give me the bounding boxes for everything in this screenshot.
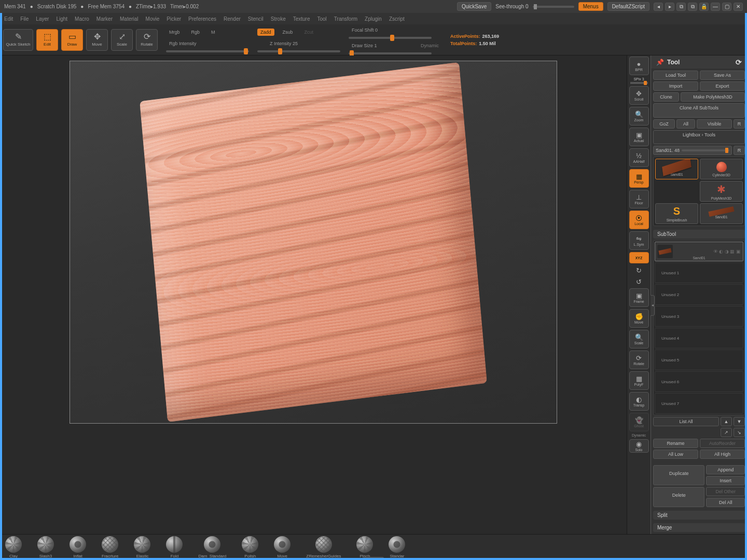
actual-button[interactable]: ▣Actual	[629, 128, 649, 146]
rgb-intensity-label[interactable]: Rgb Intensity	[166, 40, 200, 47]
tool-thumb-cylinder3d[interactable]: Cylinder3D	[700, 159, 743, 179]
lightbox-tools-button[interactable]: Lightbox › Tools	[653, 130, 745, 145]
brush-slash3[interactable]: Slash3	[37, 536, 54, 558]
move-cam-button[interactable]: ✊Move	[629, 309, 649, 328]
focal-shift-slider[interactable]	[349, 37, 432, 39]
expand-handle-icon[interactable]: ◂	[651, 295, 655, 316]
rgb-intensity-slider[interactable]	[166, 50, 249, 52]
menu-edit[interactable]: Edit	[4, 16, 13, 22]
polyf-button[interactable]: ▦PolyF	[629, 371, 649, 390]
transp-button[interactable]: ◐Transp	[629, 392, 649, 411]
quicksave-button[interactable]: QuickSave	[457, 2, 491, 11]
subtool-unused-2[interactable]: Unused 2	[655, 284, 743, 305]
menu-zplugin[interactable]: Zplugin	[365, 16, 382, 22]
zadd-toggle[interactable]: Zadd	[257, 29, 274, 36]
zcut-toggle[interactable]: Zcut	[301, 29, 317, 36]
insert-button[interactable]: Insert	[706, 476, 745, 485]
rename-button[interactable]: Rename	[653, 439, 698, 448]
menu-preferences[interactable]: Preferences	[188, 16, 216, 22]
append-button[interactable]: Append	[706, 465, 745, 474]
subtool-unused-3[interactable]: Unused 3	[655, 306, 743, 327]
menu-light[interactable]: Light	[56, 16, 67, 22]
tool-thumb-polymesh3d[interactable]: ✱PolyMesh3D	[700, 181, 743, 202]
maximize-icon[interactable]: ▢	[722, 3, 731, 11]
floor-button[interactable]: ⊥Floor	[629, 190, 649, 208]
goz-r-button[interactable]: R	[734, 119, 745, 129]
move-down-icon[interactable]: ▼	[734, 417, 745, 426]
edit-button[interactable]: ⬚Edit	[36, 29, 58, 51]
tool-thumb-simplebrush[interactable]: SSimpleBrush	[655, 203, 698, 224]
seethrough-slider[interactable]	[533, 6, 574, 8]
xyz-button[interactable]: XYZ	[629, 252, 649, 263]
m-toggle[interactable]: M	[208, 29, 218, 36]
dock-left-icon[interactable]: ⧉	[676, 3, 686, 11]
canvas-frame[interactable]	[70, 61, 557, 424]
brush-elastic[interactable]: Elastic	[134, 536, 150, 558]
draw-size-label[interactable]: Draw Size 1	[349, 42, 380, 49]
merge-header[interactable]: Merge	[653, 523, 745, 532]
subtool-unused-7[interactable]: Unused 7	[655, 393, 743, 414]
z-intensity-label[interactable]: Z Intensity 25	[267, 40, 301, 47]
scroll-button[interactable]: ✥Scroll	[629, 86, 649, 105]
menu-transform[interactable]: Transform	[334, 16, 357, 22]
draw-size-slider[interactable]	[349, 52, 432, 54]
menu-tool[interactable]: Tool	[317, 16, 327, 22]
lsym-button[interactable]: ⇋L.Sym	[629, 231, 649, 250]
clone-button[interactable]: Clone	[653, 92, 679, 102]
solo-button[interactable]: ◉Solo	[629, 439, 649, 453]
dock-right-icon[interactable]: ⧉	[688, 3, 697, 11]
tool-thumb-sand01-alt[interactable]: Sand01	[700, 203, 743, 224]
move-up-icon[interactable]: ▲	[721, 417, 732, 426]
arrow-down-right-icon[interactable]: ↘	[734, 428, 745, 437]
export-button[interactable]: Export	[700, 81, 745, 91]
minimize-icon[interactable]: —	[711, 3, 720, 11]
arrow-right-icon[interactable]: ▸	[665, 3, 674, 11]
brush-pinch[interactable]: Pinch	[356, 536, 373, 558]
brush-clay[interactable]: Clay	[5, 536, 22, 558]
menu-texture[interactable]: Texture	[293, 16, 310, 22]
clone-all-button[interactable]: Clone All SubTools	[653, 103, 745, 118]
brush-standard[interactable]: Standar	[389, 536, 405, 558]
mrgb-toggle[interactable]: Mrgb	[166, 29, 183, 36]
arrow-left-icon[interactable]: ◂	[654, 3, 663, 11]
dynamic-label[interactable]: Dynamic	[418, 42, 442, 49]
autoreorder-button[interactable]: AutoReorder	[700, 439, 745, 448]
defaultzscript-button[interactable]: DefaultZScript	[607, 2, 649, 11]
save-as-button[interactable]: Save As	[700, 71, 745, 80]
close-icon[interactable]: ✕	[734, 3, 743, 11]
viewport[interactable]	[0, 55, 627, 534]
ghost-button[interactable]: 👻Ghost	[629, 413, 649, 431]
ccw-rotate-icon[interactable]: ↺	[629, 277, 649, 286]
menu-picker[interactable]: Picker	[167, 16, 181, 22]
goz-visible-button[interactable]: Visible	[697, 119, 732, 129]
del-other-button[interactable]: Del Other	[706, 487, 745, 496]
frame-button[interactable]: ▣Frame	[629, 288, 649, 307]
brush-move[interactable]: Move	[274, 536, 290, 558]
tool-r-button[interactable]: R	[734, 146, 745, 155]
menus-button[interactable]: Menus	[578, 2, 603, 11]
subtool-vis-icons[interactable]: 👁 ◐ ◑ ▦ ▣	[713, 249, 741, 254]
brush-fold[interactable]: Fold	[166, 536, 183, 558]
subtool-unused-1[interactable]: Unused 1	[655, 262, 743, 283]
goz-all-button[interactable]: All	[676, 119, 695, 129]
lock-icon[interactable]: 🔒	[699, 3, 709, 11]
goz-button[interactable]: GoZ	[653, 119, 675, 129]
rgb-toggle[interactable]: Rgb	[188, 29, 203, 36]
tool-thumb-sand01[interactable]: Sand01	[655, 159, 698, 179]
menu-file[interactable]: File	[20, 16, 29, 22]
focal-shift-label[interactable]: Focal Shift 0	[349, 26, 381, 34]
brush-fracture[interactable]: Fracrture	[102, 536, 118, 558]
arrow-up-right-icon[interactable]: ↗	[721, 428, 732, 437]
del-all-button[interactable]: Del All	[706, 498, 745, 507]
duplicate-button[interactable]: Duplicate	[653, 465, 704, 485]
subtool-row-sand01[interactable]: 👁 ◐ ◑ ▦ ▣ Sand01	[655, 242, 743, 261]
refresh-icon[interactable]: ⟳	[736, 58, 742, 66]
aahalf-button[interactable]: ½AAHalf	[629, 148, 649, 167]
move-button[interactable]: ✥Move	[86, 29, 108, 51]
menu-marker[interactable]: Marker	[96, 16, 113, 22]
menu-stroke[interactable]: Stroke	[271, 16, 286, 22]
brush-zremesher[interactable]: ZRemesherGuides	[306, 536, 341, 558]
quicksketch-button[interactable]: ✎Quick Sketch	[3, 29, 33, 51]
scale-button[interactable]: ⤢Scale	[111, 29, 133, 51]
subtool-unused-5[interactable]: Unused 5	[655, 349, 743, 370]
